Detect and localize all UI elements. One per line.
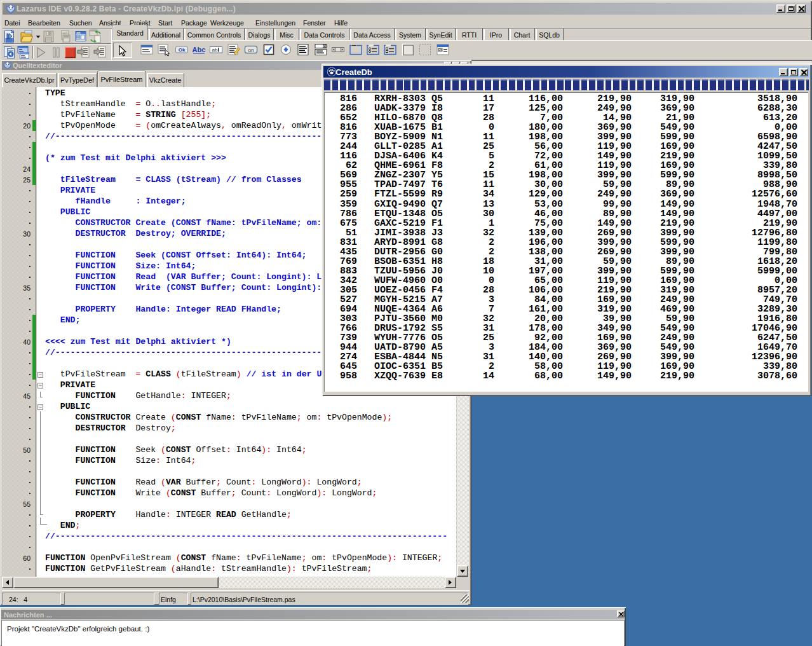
svg-text:Abc: Abc [193,46,206,53]
svg-text:Ok: Ok [179,47,186,53]
svg-text:ab: ab [212,47,218,53]
svg-text:Ok: Ok [438,48,443,52]
svg-text:on: on [248,47,254,53]
